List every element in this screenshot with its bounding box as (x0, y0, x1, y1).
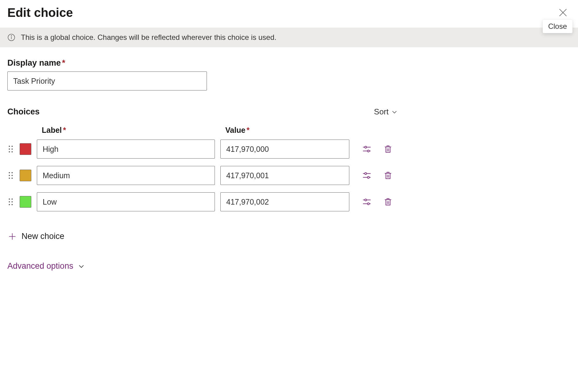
edit-choice-panel: Edit choice Close This is a global choic… (0, 0, 578, 279)
svg-point-38 (367, 203, 369, 205)
svg-point-8 (11, 148, 13, 150)
choice-label-input[interactable] (37, 166, 215, 185)
new-choice-label: New choice (21, 232, 64, 241)
svg-point-9 (9, 151, 10, 152)
drag-handle[interactable] (7, 172, 14, 179)
advanced-options-button[interactable]: Advanced options (7, 261, 85, 271)
drag-handle[interactable] (7, 198, 14, 206)
display-name-field: Display name* (7, 58, 571, 90)
sliders-icon (362, 144, 371, 154)
row-actions (360, 169, 394, 182)
configure-button[interactable] (360, 169, 373, 182)
svg-point-7 (9, 148, 10, 150)
color-swatch[interactable] (20, 196, 31, 208)
choice-value-input[interactable] (220, 140, 349, 159)
panel-header: Edit choice Close (7, 0, 571, 28)
svg-point-29 (9, 198, 10, 200)
svg-point-22 (11, 178, 13, 179)
choices-title: Choices (7, 107, 40, 117)
delete-button[interactable] (382, 143, 394, 156)
required-asterisk: * (246, 126, 250, 134)
info-icon (7, 33, 15, 41)
color-swatch[interactable] (20, 170, 31, 181)
choice-label-input[interactable] (37, 140, 215, 159)
drag-handle-icon (8, 145, 13, 153)
sliders-icon (362, 197, 371, 206)
trash-icon (384, 144, 392, 154)
svg-point-19 (9, 175, 10, 176)
configure-button[interactable] (360, 195, 373, 208)
drag-handle[interactable] (7, 145, 14, 153)
column-header-label: Label* (42, 126, 225, 135)
required-asterisk: * (63, 126, 66, 134)
svg-point-24 (365, 173, 367, 175)
svg-point-21 (9, 178, 10, 179)
svg-point-34 (11, 204, 13, 205)
drag-handle-icon (8, 172, 13, 179)
display-name-label: Display name* (7, 58, 65, 68)
advanced-options-label: Advanced options (7, 261, 73, 271)
sliders-icon (362, 171, 371, 180)
info-bar-text: This is a global choice. Changes will be… (21, 33, 276, 42)
svg-point-32 (11, 201, 13, 202)
svg-point-12 (365, 146, 367, 148)
svg-point-17 (9, 172, 10, 173)
drag-handle-icon (8, 198, 13, 206)
required-asterisk: * (62, 58, 65, 67)
choice-value-input[interactable] (220, 166, 349, 185)
close-tooltip: Close (543, 20, 572, 33)
row-actions (360, 195, 394, 208)
svg-point-31 (9, 201, 10, 202)
choice-row (7, 166, 401, 185)
new-choice-button[interactable]: New choice (7, 230, 65, 243)
svg-point-20 (11, 175, 13, 176)
svg-point-4 (11, 36, 12, 36)
choices-grid: Label* Value* (7, 126, 401, 211)
panel-title: Edit choice (7, 6, 73, 20)
close-button[interactable] (555, 5, 571, 20)
choices-section-header: Choices Sort (7, 105, 401, 118)
plus-icon (8, 232, 17, 241)
choice-row (7, 140, 401, 159)
delete-button[interactable] (382, 195, 394, 208)
configure-button[interactable] (360, 143, 373, 156)
sort-button-label: Sort (374, 107, 389, 117)
svg-point-10 (11, 151, 13, 152)
svg-point-33 (9, 204, 10, 205)
trash-icon (384, 171, 392, 180)
chevron-down-icon (391, 109, 398, 115)
column-headers: Label* Value* (7, 126, 401, 135)
sort-button[interactable]: Sort (371, 105, 401, 118)
svg-point-5 (9, 146, 10, 147)
display-name-input[interactable] (7, 71, 207, 90)
svg-point-14 (367, 150, 369, 152)
svg-point-26 (367, 176, 369, 178)
chevron-down-icon (78, 263, 85, 270)
svg-point-18 (11, 172, 13, 173)
choice-row (7, 192, 401, 211)
svg-point-6 (11, 146, 13, 147)
delete-button[interactable] (382, 169, 394, 182)
svg-point-30 (11, 198, 13, 200)
info-bar: This is a global choice. Changes will be… (0, 28, 578, 47)
choice-label-input[interactable] (37, 192, 215, 211)
trash-icon (384, 197, 392, 206)
close-icon (558, 7, 568, 18)
svg-point-36 (365, 199, 367, 201)
choice-value-input[interactable] (220, 192, 349, 211)
column-header-value: Value* (225, 126, 354, 135)
color-swatch[interactable] (20, 143, 31, 155)
row-actions (360, 143, 394, 156)
